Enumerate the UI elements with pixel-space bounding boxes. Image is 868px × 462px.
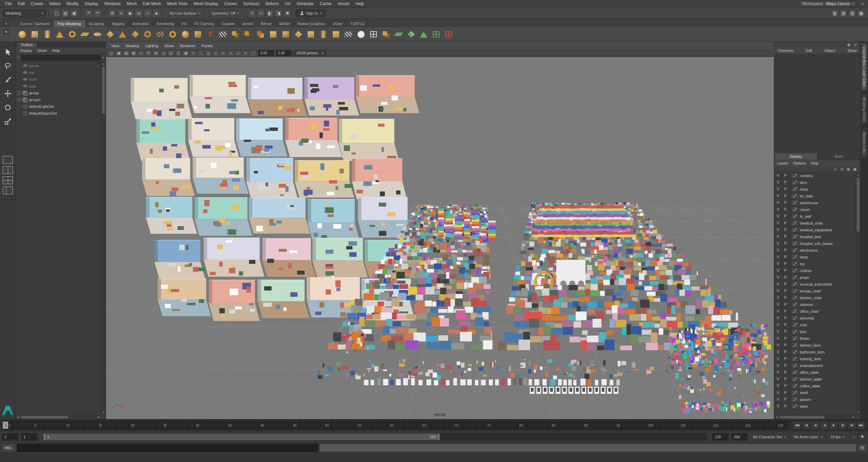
camera-attributes-icon[interactable]: ▣ [115,50,122,56]
layer-color-swatch[interactable] [792,364,797,367]
color-space-selector[interactable]: sRGB gamma ▾ [294,50,326,56]
layer-row-toy[interactable]: VPtoy [774,261,856,267]
lasso-tool[interactable] [2,60,13,71]
layer-playback-toggle[interactable]: P [782,389,789,396]
menu-uv[interactable]: UV [282,1,294,7]
step-back-key-button[interactable]: ◀| [811,422,819,429]
new-scene-icon[interactable]: ▢ [53,9,61,17]
combine-icon[interactable] [267,28,279,40]
layer-playback-toggle[interactable]: P [782,179,789,186]
polygon-cube-icon[interactable] [29,28,40,40]
scroll-left-icon[interactable]: ◀ [774,415,779,419]
layer-color-swatch[interactable] [792,323,797,327]
layer-row-coffee-table[interactable]: VPcoffee_table [774,383,856,389]
menu-curves[interactable]: Curves [221,1,240,7]
outliner-title-tab[interactable]: Outliner [17,42,37,47]
anim-layer-selector[interactable]: No Anim Layer ▾ [791,433,825,441]
layer-row-office-chair[interactable]: VPoffice_chair [774,308,856,315]
layer-color-swatch[interactable] [792,296,797,300]
layer-playback-toggle[interactable]: P [782,349,789,355]
scroll-right-icon[interactable]: ▶ [97,415,101,419]
layer-menu-layers[interactable]: Layers [777,161,788,165]
uv-camera-projection-icon[interactable] [418,28,429,40]
outliner-item-group1[interactable]: +group1 [16,96,101,103]
layer-color-swatch[interactable] [792,194,797,198]
camera-bookmark-icon[interactable]: ▤ [123,50,130,56]
layer-row-shelf[interactable]: VPshelf [774,389,856,396]
layer-color-swatch[interactable] [792,201,797,205]
safe-title-icon[interactable]: ▫ [197,50,204,56]
bevel-icon[interactable] [305,28,316,40]
gate-mask-icon[interactable]: ▯ [175,50,182,56]
lighting-icon[interactable]: ○ [212,50,219,56]
layer-row-warehouse[interactable]: VPwarehouse [774,199,856,206]
isolate-select-icon[interactable]: △ [205,50,212,56]
layer-visibility-toggle[interactable]: V [774,213,782,219]
layer-color-swatch[interactable] [792,208,797,211]
layer-playback-toggle[interactable]: P [782,369,789,376]
exposure-field[interactable]: 0.00 [258,50,274,56]
time-slider[interactable]: 1 15101520253035404550556065707580859095… [1,421,789,429]
layer-visibility-toggle[interactable]: V [774,322,782,328]
layer-playback-toggle[interactable]: P [782,362,789,369]
character-set-selector[interactable]: No Character Set ▾ [750,433,789,441]
layer-visibility-toggle[interactable]: V [774,172,782,179]
ipr-render-icon[interactable]: ◨ [274,9,283,17]
scroll-right-icon[interactable]: ▶ [851,415,856,419]
toggle-modeling-toolkit-icon[interactable]: ▧ [831,9,839,17]
layer-color-swatch[interactable] [792,221,797,225]
layer-row-curtains[interactable]: VPcurtains [774,172,856,179]
layer-playback-toggle[interactable]: P [782,315,789,321]
scroll-down-icon[interactable]: ▼ [856,410,860,415]
sweep-mesh-icon[interactable] [217,28,229,40]
boolean-union-icon[interactable] [230,28,241,40]
channel-box-menu-channels[interactable]: Channels [778,49,793,53]
toggle-tool-settings-icon[interactable]: ▨ [840,9,848,17]
shelf-tab-custom[interactable]: Custom [218,20,238,27]
side-tab-channel-box-layer-editor[interactable]: Channel Box / Layer Editor [861,43,867,91]
layer-playback-toggle[interactable]: P [782,403,789,409]
shelf-tab-motion-graphics[interactable]: Motion Graphics [294,20,329,27]
shadows-icon[interactable]: ◐ [220,50,227,56]
layer-playback-toggle[interactable]: P [782,261,789,267]
menu-mesh[interactable]: Mesh [124,1,140,7]
film-gate-icon[interactable]: ▭ [160,50,167,56]
step-forward-frame-button[interactable]: ▶| [848,422,856,429]
layer-playback-toggle[interactable]: P [782,308,789,314]
polygon-plane-icon[interactable] [79,28,91,40]
menu-create[interactable]: Create [28,1,46,7]
layer-row-medical-chair[interactable]: VPmedical_chair [774,220,856,227]
persp-outliner-layout[interactable] [3,187,13,194]
layer-color-swatch[interactable] [792,357,797,361]
outliner-horizontal-scrollbar[interactable]: ◀ ▶ [16,415,101,419]
layer-color-swatch[interactable] [792,282,797,286]
fps-selector[interactable]: 24 fps ▾ [828,433,848,441]
layer-visibility-toggle[interactable]: V [774,199,782,206]
layer-playback-toggle[interactable]: P [782,383,789,389]
polygon-type-icon[interactable]: T [205,28,216,40]
rotate-tool[interactable] [2,102,13,113]
uv-planar-projection-icon[interactable] [393,28,404,40]
layer-playback-toggle[interactable]: P [782,281,789,287]
menu-mesh-display[interactable]: Mesh Display [191,1,221,7]
undo-icon[interactable]: ↶ [85,9,93,17]
outliner-item-defaultobjectset[interactable]: defaultObjectSet [16,110,101,117]
layer-color-swatch[interactable] [792,384,797,388]
layer-row-flower[interactable]: VPflower [774,335,856,342]
command-language-toggle[interactable]: MEL [1,444,16,452]
construction-history-icon[interactable]: ≡ [248,9,256,17]
gamma-field[interactable]: 1.00 [276,50,292,56]
scroll-up-icon[interactable]: ▲ [101,61,105,66]
menu-file[interactable]: File [2,1,15,7]
camera-lock-icon[interactable]: ◻ [108,50,115,56]
scale-tool[interactable] [2,116,13,127]
layer-visibility-toggle[interactable]: V [774,403,782,409]
menu-arnold[interactable]: Arnold [334,1,352,7]
outliner-item-side[interactable]: side [16,83,101,90]
polygon-pyramid-icon[interactable] [117,28,128,40]
layer-color-swatch[interactable] [792,255,797,259]
layer-row-kitchen-table[interactable]: VPkitchen_table [774,376,856,383]
layer-row-ware[interactable]: VPware [774,403,856,410]
outliner-menu-help[interactable]: Help [50,49,63,53]
outliner-item-top[interactable]: top [16,69,101,76]
